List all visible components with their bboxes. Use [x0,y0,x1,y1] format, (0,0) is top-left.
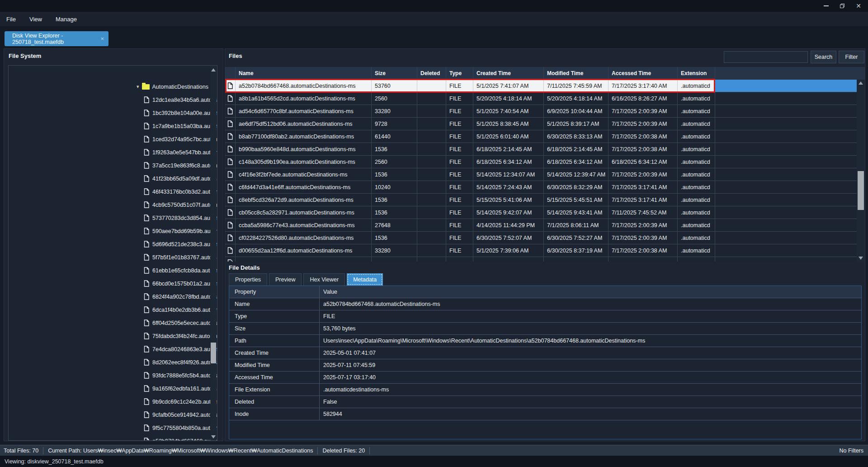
header-created-time[interactable]: Created Time [473,67,544,80]
tree-item-file[interactable]: 9b9cdc69c1c24e2b.automa [9,395,217,408]
file-icon [144,241,149,248]
search-input[interactable] [724,51,808,63]
table-row[interactable]: d00655d2aa12ff6d.automaticDestinations-m… [225,244,865,257]
cell-deleted [417,194,446,206]
tree-item-file[interactable]: 6824f4a902c78fbd.automat [9,290,217,303]
tree-item-file[interactable]: 1bc392b8e104a00e.automa [9,106,217,119]
minimize-button[interactable] [819,0,833,12]
tree-item-file[interactable]: 573770283dc3d854.automa [9,211,217,224]
chevron-down-icon[interactable]: ▾ [137,84,139,90]
tree-item-file[interactable]: 46f433176bc0b3d2.automa [9,185,217,198]
cell-modified-time: 5/14/2025 12:39:47 AM [544,168,609,181]
tree-item-folder[interactable]: ▾ AutomaticDestinations [9,80,217,93]
tree-item-file[interactable]: 9cfafb05ce914942.automat [9,408,217,421]
property-row[interactable]: Accessed Time 2025-07-17 03:17:40 [229,372,861,384]
tree-item-file[interactable]: 93fdc7888e5fc5b4.automat [9,369,217,382]
file-icon [144,136,149,143]
header-modified-time[interactable]: Modified Time [544,67,609,80]
cell-size: 33280 [372,244,417,257]
tree-item-file[interactable]: 66bcd0e1575b01a2.automa [9,277,217,290]
files-scrollbar[interactable] [857,80,865,262]
file-icon [144,398,149,405]
header-deleted[interactable]: Deleted [417,67,446,80]
tree-item-file[interactable]: a52b0784bd667468.automat [9,434,217,441]
tab-close-icon[interactable]: × [100,35,104,42]
table-row[interactable]: c8ebf5cd326a72d9.automaticDestinations-m… [225,194,865,206]
tree-item-file[interactable]: 5f7b5f1e01b83767.automat [9,251,217,264]
file-icon [144,293,149,300]
table-row[interactable]: cb05cc8c5a282971.automaticDestinations-m… [225,206,865,219]
tree-item-file[interactable]: 12dc1ea8e34b5a6.automat [9,93,217,106]
tree-item-file[interactable]: 4cb9c5750d51c07f.automat [9,198,217,211]
table-row[interactable]: cf02284227526d80.automaticDestinations-m… [225,232,865,244]
tab-properties[interactable]: Properties [229,273,267,286]
scroll-up-icon[interactable] [211,68,216,71]
tree-item-file[interactable]: 9f5c7755804b850a.automa [9,421,217,434]
property-row[interactable]: Path Users\insec\AppData\Roaming\Microso… [229,335,861,347]
property-row[interactable]: Size 53,760 bytes [229,323,861,335]
property-row[interactable]: Type FILE [229,310,861,323]
table-row[interactable]: b8ab77100df80ab2.automaticDestinations-m… [225,130,865,143]
tree-item-file[interactable]: 61ebb1e65cfcb8da.automa [9,264,217,277]
tab-hex-viewer[interactable]: Hex Viewer [303,273,345,286]
close-button[interactable]: ✕ [852,0,865,12]
property-row[interactable]: Name a52b0784bd667468.automaticDestinati… [229,298,861,310]
tree-item-label: 590aee7bdd69b59b.autom [152,228,217,234]
file-icon [144,333,149,339]
scroll-down-icon[interactable] [859,257,863,260]
tab-disk-view-explorer[interactable]: Disk View Explorer - 250718_test.maefdb … [5,31,108,46]
cell-extension: .automaticd [678,219,715,231]
table-row[interactable]: b990baa5960e848d.automaticDestinations-m… [225,143,865,156]
tab-metadata[interactable]: Metadata [347,273,383,286]
scroll-up-icon[interactable] [859,81,863,85]
tree-scrollbar-thumb[interactable] [211,343,216,363]
tree-item-label: a52b0784bd667468.automat [152,438,217,441]
header-extension[interactable]: Extension [678,67,715,80]
tree-item-file[interactable]: 5d696d521de238c3.automa [9,238,217,251]
file-icon [144,228,149,234]
file-icon [144,214,149,221]
tree-item-file[interactable]: 8d2062eec8f4f926.automat [9,356,217,369]
header-icon-col[interactable] [225,67,236,80]
property-row[interactable]: Created Time 2025-05-01 07:41:07 [229,347,861,359]
property-row[interactable]: Modified Time 2025-07-11 07:45:59 [229,359,861,372]
tree-item-file[interactable]: 37a5cc19e863f6c8.automat [9,159,217,172]
table-row[interactable]: c4f16e3f2bf7ede.automaticDestinations-ms… [225,168,865,181]
restore-button[interactable] [835,0,849,12]
tab-preview[interactable]: Preview [269,273,302,286]
table-row[interactable]: ccba5a5986c77e43.automaticDestinations-m… [225,219,865,232]
table-row[interactable]: c6fd447d3a41e6ff.automaticDestinations-m… [225,181,865,194]
tree-scrollbar[interactable] [210,66,217,441]
search-button[interactable]: Search [811,51,836,63]
property-row[interactable]: Deleted False [229,396,861,408]
tree-item-file[interactable]: 590aee7bdd69b59b.autom [9,224,217,238]
tree-item-file[interactable]: 6dca1f4b0e2db3b6.automa [9,303,217,316]
tree-item-file[interactable]: 9a165f62edbfa161.automat [9,382,217,395]
tree-item-file[interactable]: 1f9263a0e5e547bb.automa [9,146,217,159]
filter-button[interactable]: Filter [839,51,864,63]
header-name[interactable]: Name [236,67,372,80]
tree-item-file[interactable]: 75fdabdc3f4b24fc.automati [9,329,217,343]
tree-item-file[interactable]: 41f23bb65d5a09df.automa [9,172,217,185]
table-row[interactable]: ae6df75df512bd06.automaticDestinations-m… [225,118,865,130]
table-row[interactable]: ad54c6d65770c8bf.automaticDestinations-m… [225,105,865,118]
tree-item-file[interactable]: 1c7a9be1b15a03ba.automa [9,119,217,133]
menu-file[interactable]: File [0,16,23,23]
menu-view[interactable]: View [23,16,49,23]
tree-item-file[interactable]: 6ff04d2505e5ecec.automat [9,316,217,329]
table-row[interactable]: a8b1a61b4565d2cd.automaticDestinations-m… [225,92,865,105]
tree-item-file[interactable]: 7e4dca80246863e3.automa [9,343,217,356]
table-row-selected[interactable]: a52b0784bd667468.automaticDestinations-m… [225,80,865,92]
scroll-down-icon[interactable] [211,435,216,438]
menu-manage[interactable]: Manage [49,16,84,23]
files-scrollbar-thumb[interactable] [858,171,864,210]
cell-accessed-time: 7/17/2025 2:00:39 AM [609,232,678,244]
property-row[interactable]: Inode 582944 [229,408,861,420]
property-row[interactable]: File Extension .automaticdestinations-ms [229,384,861,396]
table-row[interactable]: c148a305d9b190ea.automaticDestinations-m… [225,156,865,168]
header-size[interactable]: Size [372,67,417,80]
header-type[interactable]: Type [446,67,473,80]
tree-item-file[interactable]: 1ced32d74a95c7bc.automa [9,133,217,146]
header-accessed-time[interactable]: Accessed Time [609,67,678,80]
file-icon [144,280,149,287]
